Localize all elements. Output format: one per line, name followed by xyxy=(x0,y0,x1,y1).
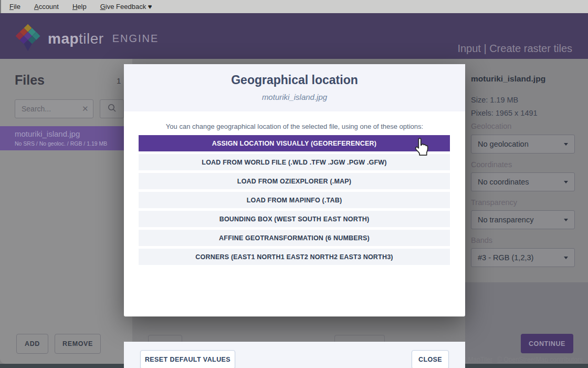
detail-pixels: Pixels: 1965 x 1491 xyxy=(471,109,538,117)
geolocation-dropdown[interactable]: No geolocation xyxy=(471,135,575,154)
chevron-down-icon xyxy=(564,143,568,146)
option-bounding-box[interactable]: BOUNDING BOX (WEST SOUTH EAST NORTH) xyxy=(139,211,450,227)
option-corners[interactable]: CORNERS (EAST1 NORTH1 EAST2 NORTH2 EAST3… xyxy=(139,249,450,265)
file-item-name: moturiki_island.jpg xyxy=(15,129,80,138)
maptiler-attribution-link[interactable]: © MapTiler xyxy=(461,356,492,363)
file-item-meta: No SRS / No geoloc. / RGB / 1.19 MB xyxy=(15,140,107,147)
transparency-label: Transparency xyxy=(471,198,517,207)
geolocation-label: Geolocation xyxy=(471,122,511,130)
menu-bar: File Account Help Give Feedback ♥ xyxy=(0,0,588,13)
option-load-oziexplorer[interactable]: LOAD FROM OZIEXPLORER (.MAP) xyxy=(139,173,450,189)
menu-item-account[interactable]: Account xyxy=(34,3,59,11)
option-load-mapinfo[interactable]: LOAD FROM MAPINFO (.TAB) xyxy=(139,192,450,208)
continue-button[interactable]: CONTINUE xyxy=(521,334,573,353)
close-button[interactable]: CLOSE xyxy=(412,350,449,368)
clear-search-icon[interactable]: ✕ xyxy=(82,104,89,114)
menu-item-give-feedback[interactable]: Give Feedback ♥ xyxy=(100,3,152,11)
remove-file-button[interactable]: REMOVE xyxy=(55,334,101,354)
option-load-world-file[interactable]: LOAD FROM WORLD FILE (.WLD .TFW .JGW .PG… xyxy=(139,154,450,170)
bands-dropdown[interactable]: #3 - RGB (1,2,3) xyxy=(471,248,575,267)
page-title: Input | Create raster tiles xyxy=(457,43,572,55)
detail-filename: moturiki_island.jpg xyxy=(471,74,545,84)
app-header: maptiler ENGINE Input | Create raster ti… xyxy=(0,13,588,59)
add-file-button[interactable]: ADD xyxy=(16,334,48,354)
chevron-down-icon xyxy=(564,257,568,259)
files-count-badge: 1 xyxy=(117,76,121,85)
coordinates-label: Coordinates xyxy=(471,160,512,169)
maptiler-logo-icon xyxy=(16,23,40,54)
bands-value: #3 - RGB (1,2,3) xyxy=(478,253,533,262)
map-attribution: © MapTiler © OpenStreetMap contributors xyxy=(458,356,583,363)
modal-subtitle-filename: moturiki_island.jpg xyxy=(124,93,465,101)
brand: maptiler ENGINE xyxy=(16,23,159,54)
detail-size: Size: 1.19 MB xyxy=(471,96,518,104)
osm-attribution-link[interactable]: © OpenStreetMap contributors xyxy=(497,356,583,363)
location-options-list: ASSIGN LOCATION VISUALLY (GEOREFERENCER)… xyxy=(139,135,450,268)
menu-item-help[interactable]: Help xyxy=(72,3,87,11)
transparency-value: No transparency xyxy=(478,216,533,224)
search-button[interactable] xyxy=(100,99,124,118)
search-icon xyxy=(107,103,117,115)
modal-description: You can change geographical location of … xyxy=(124,122,465,130)
geolocation-value: No geolocation xyxy=(478,140,529,148)
chevron-down-icon xyxy=(564,219,568,221)
brand-wordmark: maptiler xyxy=(48,30,104,47)
coordinates-dropdown[interactable]: No coordinates xyxy=(471,172,575,191)
modal-footer: RESET DEFAULT VALUES CLOSE xyxy=(124,342,465,368)
option-assign-location-visually[interactable]: ASSIGN LOCATION VISUALLY (GEOREFERENCER) xyxy=(139,135,450,151)
coordinates-value: No coordinates xyxy=(478,178,529,186)
chevron-down-icon xyxy=(564,181,568,183)
transparency-dropdown[interactable]: No transparency xyxy=(471,210,575,229)
geographical-location-modal: Geographical location moturiki_island.jp… xyxy=(124,64,465,316)
bands-label: Bands xyxy=(471,236,492,244)
modal-title: Geographical location xyxy=(124,73,465,87)
app-window: File Account Help Give Feedback ♥ ma xyxy=(0,0,588,368)
menu-item-file[interactable]: File xyxy=(9,3,20,11)
reset-default-values-button[interactable]: RESET DEFAULT VALUES xyxy=(140,350,235,368)
files-title: Files xyxy=(15,73,45,88)
modal-header xyxy=(124,64,465,111)
option-affine-geotransformation[interactable]: AFFINE GEOTRANSFORMATION (6 NUMBERS) xyxy=(139,230,450,246)
brand-engine-label: ENGINE xyxy=(112,33,159,45)
